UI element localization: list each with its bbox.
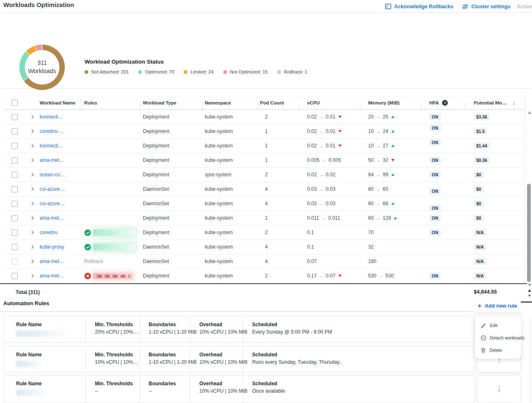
scheduled-value: Runs every Sunday, Tuesday, Thursday..	[252, 359, 474, 365]
col-workload-name[interactable]: Workload Name	[37, 100, 82, 105]
workload-name-link[interactable]: csi-azure…	[40, 186, 65, 192]
legend-dot-icon	[85, 70, 88, 74]
cluster-settings-button[interactable]: Cluster settings	[462, 0, 510, 13]
rule-boundaries-col: Boundaries--	[139, 375, 190, 403]
row-checkbox[interactable]	[12, 230, 18, 236]
redacted-rule-name[interactable]	[93, 230, 135, 236]
vcpu-cell: 0.1	[299, 244, 360, 250]
memory-cell: 60→66	[360, 201, 421, 206]
table-row: konnecti…Deploymentkube-system10.02→0.01…	[3, 139, 525, 153]
expand-chevron-icon[interactable]	[31, 144, 35, 148]
metric-recommended: 99	[383, 172, 388, 178]
col-memory[interactable]: Memory (MiB)	[360, 100, 421, 105]
expand-chevron-icon[interactable]	[31, 259, 35, 263]
pod-count-cell: 1	[258, 143, 299, 149]
workload-name-link[interactable]: konnecti…	[40, 143, 63, 149]
redacted-rule-name[interactable]	[16, 389, 48, 396]
expand-chevron-icon[interactable]	[31, 173, 35, 177]
menu-item-edit[interactable]: Edit	[475, 319, 521, 332]
expand-chevron-icon[interactable]	[31, 274, 35, 278]
scheduled-label: Scheduled	[252, 352, 474, 358]
row-checkbox[interactable]	[12, 244, 18, 250]
row-checkbox[interactable]	[12, 201, 18, 207]
col-workload-type[interactable]: Workload Type	[140, 100, 202, 105]
rule-kebab-menu-icon[interactable]	[497, 384, 501, 394]
expand-chevron-icon[interactable]	[31, 230, 35, 235]
col-pod-count[interactable]: Pod Count	[258, 100, 299, 105]
sort-desc-icon[interactable]: ↓	[513, 100, 515, 106]
col-hpa[interactable]: HPA i	[421, 100, 465, 106]
expand-chevron-icon[interactable]	[31, 216, 35, 220]
redacted-rule-name[interactable]	[16, 330, 69, 337]
legend-item-rollback: Rollback: 1	[277, 69, 307, 74]
workload-name-link[interactable]: ama-met…	[40, 215, 64, 221]
metric-current: 0.02	[307, 172, 317, 178]
workload-name-link[interactable]: konnecti…	[40, 114, 63, 120]
workload-name-link[interactable]: ama-met…	[40, 157, 64, 163]
rules-cell	[82, 244, 140, 251]
expand-chevron-icon[interactable]	[31, 129, 35, 133]
workload-name-link[interactable]: ama-met…	[40, 258, 64, 264]
redacted-rule-name[interactable]	[93, 273, 133, 279]
workload-name-link[interactable]: ama-met…	[40, 273, 64, 279]
acknowledge-rollbacks-button[interactable]: Acknowledge Rollbacks	[385, 0, 453, 13]
scroll-down-icon[interactable]	[528, 284, 531, 287]
add-new-rule-button[interactable]: + Add new rule	[478, 303, 517, 309]
hpa-on-badge: ON	[429, 157, 441, 164]
row-checkbox[interactable]	[12, 172, 18, 178]
hpa-cell: ON	[421, 142, 465, 149]
scroll-up-dark-icon[interactable]	[528, 289, 531, 292]
col-vcpu[interactable]: vCPU	[299, 100, 360, 105]
col-rules[interactable]: Rules	[82, 100, 140, 105]
expand-chevron-icon[interactable]	[31, 202, 35, 206]
rules-cell	[82, 273, 140, 280]
select-all-cell	[3, 100, 23, 106]
workload-name-link[interactable]: ocean-co…	[40, 172, 65, 178]
metric-recommended: 0.03	[326, 201, 335, 206]
metric-recommended: 0.01	[326, 143, 335, 149]
workload-name-link[interactable]: coredns	[40, 230, 57, 235]
row-checkbox[interactable]	[12, 157, 18, 164]
row-checkbox[interactable]	[12, 258, 18, 265]
thresholds-value: 10% vCPU | 10%…	[95, 359, 139, 365]
workload-name-link[interactable]: csi-azure…	[40, 201, 65, 206]
rules-scrollbar-track[interactable]	[530, 316, 530, 403]
arrow-right-icon: →	[319, 186, 324, 192]
thresholds-value: --	[95, 388, 139, 394]
redacted-rule-name[interactable]	[93, 244, 135, 250]
workload-name-link[interactable]: coredns-…	[40, 128, 64, 134]
row-checkbox[interactable]	[12, 114, 18, 120]
hpa-info-icon[interactable]: i	[442, 100, 448, 106]
redacted-rule-name[interactable]	[16, 360, 43, 367]
row-checkbox[interactable]	[12, 186, 18, 192]
actions-button[interactable]: Actions	[517, 0, 532, 13]
metric-current: 60	[368, 215, 374, 221]
workload-name-link[interactable]: kube-proxy	[40, 244, 64, 250]
trend-up-icon	[391, 173, 395, 176]
metric-recommended: 25	[383, 114, 388, 120]
expand-chevron-icon[interactable]	[31, 158, 35, 162]
metric-current: 32	[368, 244, 374, 250]
expand-chevron-icon[interactable]	[31, 115, 35, 119]
row-checkbox[interactable]	[12, 143, 18, 149]
rule-name-col: Rule Name	[4, 316, 85, 342]
col-namespace[interactable]: Namespace	[202, 100, 258, 105]
expand-chevron-icon[interactable]	[31, 245, 35, 249]
menu-item-delete[interactable]: Delete	[475, 344, 521, 356]
arrow-right-icon: →	[378, 273, 383, 279]
select-all-checkbox[interactable]	[12, 100, 18, 106]
workload-status-card: 311 Workloads Workload Optimization Stat…	[0, 13, 532, 89]
col-potential-monthly[interactable]: Potential Mo… ↓	[465, 100, 525, 106]
rule-name-label: Rule Name	[16, 352, 85, 358]
expand-chevron-icon[interactable]	[31, 187, 35, 191]
workloads-table-body: konnecti…Deploymentkube-system20.02→0.01…	[3, 110, 525, 283]
table-scrollbar-thumb[interactable]	[527, 184, 531, 282]
scroll-down-dark-icon[interactable]	[528, 295, 531, 297]
scrollbar-dash[interactable]	[521, 301, 532, 303]
row-select-cell	[3, 114, 23, 120]
row-checkbox[interactable]	[12, 128, 18, 135]
row-checkbox[interactable]	[12, 215, 18, 221]
menu-item-detach-workloads[interactable]: Detach workloads	[475, 332, 521, 344]
row-checkbox[interactable]	[12, 273, 18, 279]
scroll-up-icon[interactable]	[528, 111, 531, 114]
